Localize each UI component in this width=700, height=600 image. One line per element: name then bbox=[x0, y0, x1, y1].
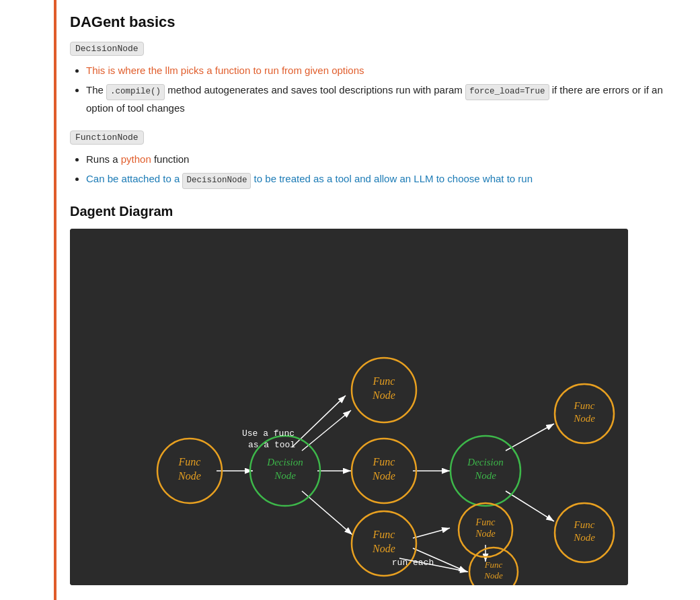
decision-node-inline: DecisionNode bbox=[182, 173, 251, 188]
bullet-text: This is where the llm picks a function t… bbox=[86, 65, 364, 76]
svg-text:Node: Node bbox=[372, 543, 395, 554]
svg-text:Node: Node bbox=[372, 470, 395, 482]
svg-text:Node: Node bbox=[178, 470, 201, 482]
svg-text:Func: Func bbox=[373, 456, 395, 467]
dagent-diagram: Func Node Decision Node Func Node Func N… bbox=[70, 229, 628, 585]
python-text: python bbox=[121, 153, 151, 165]
svg-text:Func: Func bbox=[574, 400, 595, 411]
svg-text:Node: Node bbox=[372, 389, 395, 401]
svg-text:Func: Func bbox=[574, 519, 595, 530]
bullet-text-normal: The bbox=[86, 84, 106, 96]
list-item: This is where the llm picks a function t… bbox=[86, 63, 673, 78]
svg-text:Func: Func bbox=[178, 456, 201, 467]
svg-text:Use a func: Use a func bbox=[242, 428, 295, 439]
bullet-text-normal2: method autogenerates and saves tool desc… bbox=[165, 84, 465, 96]
svg-text:run each: run each bbox=[392, 558, 434, 568]
svg-text:Decision: Decision bbox=[467, 457, 503, 467]
svg-text:Node: Node bbox=[274, 470, 296, 481]
function-text: function bbox=[151, 153, 190, 165]
can-be-text: Can be attached to a bbox=[86, 173, 182, 184]
compile-code: .compile() bbox=[106, 84, 165, 100]
svg-text:Node: Node bbox=[483, 570, 503, 580]
decision-node-bullets: This is where the llm picks a function t… bbox=[70, 63, 673, 116]
runs-text: Runs a bbox=[86, 153, 121, 165]
function-node-badge: FunctionNode bbox=[70, 130, 144, 145]
svg-text:Node: Node bbox=[475, 529, 496, 539]
svg-text:Func: Func bbox=[484, 560, 503, 570]
svg-text:Node: Node bbox=[573, 532, 595, 543]
page-title: DAGent basics bbox=[70, 13, 673, 31]
list-item: Runs a python function bbox=[86, 151, 673, 167]
svg-text:Func: Func bbox=[475, 517, 496, 527]
svg-text:Decision: Decision bbox=[266, 457, 303, 467]
svg-text:Node: Node bbox=[573, 413, 595, 424]
decision-node-badge: DecisionNode bbox=[70, 42, 144, 56]
diagram-title: Dagent Diagram bbox=[70, 204, 673, 219]
tool-text: to be treated as a tool and allow an LLM… bbox=[251, 173, 533, 184]
svg-text:Node: Node bbox=[474, 470, 496, 481]
list-item: The .compile() method autogenerates and … bbox=[86, 82, 673, 116]
svg-text:Func: Func bbox=[373, 529, 395, 540]
list-item: Can be attached to a DecisionNode to be … bbox=[86, 171, 673, 188]
svg-text:as a tool: as a tool bbox=[248, 440, 295, 450]
svg-text:Func: Func bbox=[373, 375, 395, 387]
function-node-bullets: Runs a python function Can be attached t… bbox=[70, 151, 673, 189]
force-load-code: force_load=True bbox=[465, 84, 549, 100]
